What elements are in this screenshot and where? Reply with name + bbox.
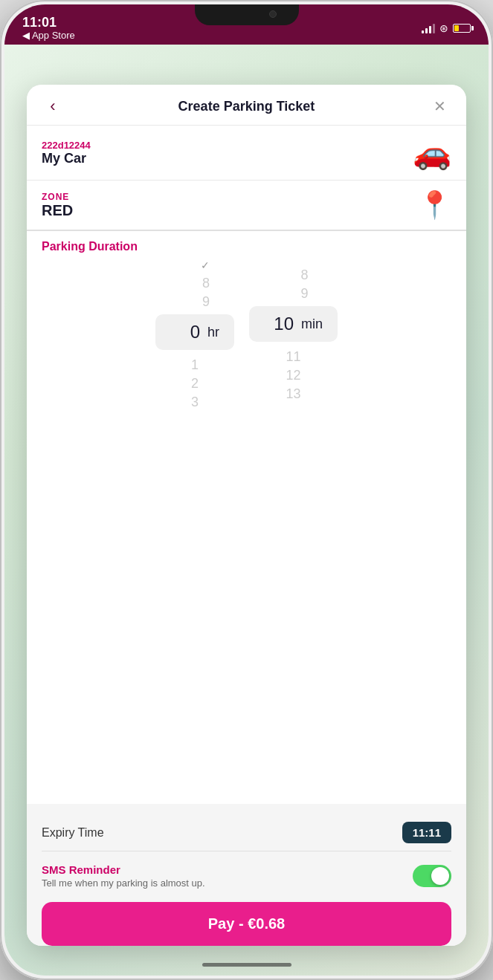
checkmark-icon: ✓ [201,259,210,271]
min-below-11: 11 [286,349,300,365]
hour-below-1: 1 [191,357,199,373]
minutes-unit: min [301,317,323,332]
min-faded-8: 8 [279,267,309,283]
modal-title: Create Parking Ticket [178,99,315,114]
minutes-picker[interactable]: 8 9 10 min 11 12 13 [249,267,338,402]
hour-faded-9: 9 [180,294,210,310]
modal-sheet: ‹ Create Parking Ticket ✕ 222d12244 My C… [27,85,466,946]
close-button[interactable]: ✕ [429,97,451,115]
zone-label: ZONE [42,192,73,202]
vehicle-id: 222d12244 [42,140,91,151]
pay-button[interactable]: Pay - €0.68 [42,902,451,946]
picker-area[interactable]: ✓ 8 9 0 hr 1 2 3 [27,259,466,422]
white-space [27,422,466,804]
location-pin-icon: 📍 [418,189,451,221]
minutes-value: 10 [264,314,294,334]
back-button[interactable]: ‹ [42,97,64,116]
expiry-row: Expiry Time 11:11 [42,814,451,851]
camera [269,10,277,18]
modal-header: ‹ Create Parking Ticket ✕ [27,85,466,126]
min-below-12: 12 [286,368,300,383]
status-time: 11:01 [22,16,75,29]
vehicle-name: My Car [42,151,91,166]
hours-unit: hr [207,325,219,340]
status-left: 11:01 ◀ App Store [22,16,75,41]
wifi-icon: ⊛ [439,22,448,34]
status-bar: 11:01 ◀ App Store ⊛ [4,4,489,45]
battery-icon [453,24,471,33]
expiry-label: Expiry Time [42,826,104,840]
status-right: ⊛ [422,22,471,34]
sms-toggle[interactable] [413,865,451,887]
bottom-section: Expiry Time 11:11 SMS Reminder Tell me w… [27,804,466,946]
hour-faded-8: 8 [180,276,210,291]
sms-title: SMS Reminder [42,863,404,876]
min-faded-9: 9 [279,286,309,302]
phone-screen: 11:01 ◀ App Store ⊛ ‹ [4,4,489,976]
sms-text-block: SMS Reminder Tell me when my parking is … [42,863,404,889]
sms-subtitle: Tell me when my parking is almost up. [42,877,404,889]
hours-picker[interactable]: ✓ 8 9 0 hr 1 2 3 [155,259,234,410]
hours-selected-row[interactable]: 0 hr [155,314,234,350]
zone-section: ZONE RED 📍 [27,181,466,231]
hour-below-3: 3 [191,395,199,410]
vehicle-section: 222d12244 My Car 🚗 [27,126,466,181]
home-indicator [202,963,291,967]
duration-title: Parking Duration [42,240,451,253]
sms-reminder-row: SMS Reminder Tell me when my parking is … [42,860,451,899]
minutes-selected-row[interactable]: 10 min [249,306,338,342]
hours-value: 0 [170,322,200,343]
hour-below-2: 2 [191,376,199,392]
zone-name: RED [42,202,73,219]
expiry-time-badge: 11:11 [402,822,451,843]
toggle-knob [431,867,449,885]
min-below-13: 13 [286,386,300,402]
status-appstore: ◀ App Store [22,30,75,41]
car-icon: 🚗 [413,134,451,171]
notch [195,4,299,25]
signal-icon [422,23,435,33]
phone-frame: 11:01 ◀ App Store ⊛ ‹ [0,0,493,980]
duration-section: Parking Duration [27,231,466,259]
